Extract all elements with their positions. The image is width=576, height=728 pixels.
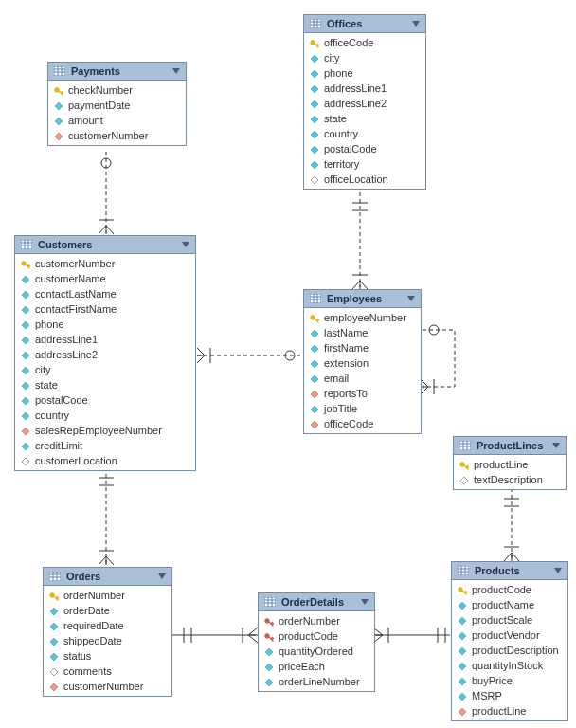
column-row[interactable]: addressLine2 bbox=[15, 347, 195, 362]
column-row[interactable]: extension bbox=[304, 355, 421, 371]
column-row[interactable]: requiredDate bbox=[44, 618, 171, 633]
column-row[interactable]: officeLocation bbox=[304, 172, 425, 187]
column-row[interactable]: addressLine2 bbox=[304, 96, 425, 111]
column-row[interactable]: orderNumber bbox=[259, 613, 374, 628]
entity-header[interactable]: OrderDetails bbox=[259, 593, 374, 611]
column-row[interactable]: buyPrice bbox=[452, 673, 567, 688]
column-row[interactable]: email bbox=[304, 371, 421, 386]
svg-marker-84 bbox=[22, 352, 29, 359]
column-label: extension bbox=[324, 356, 369, 370]
column-row[interactable]: productLine bbox=[452, 703, 567, 719]
chevron-down-icon[interactable] bbox=[172, 68, 180, 74]
column-row[interactable]: phone bbox=[304, 65, 425, 81]
column-row[interactable]: textDescription bbox=[454, 472, 566, 487]
column-row[interactable]: country bbox=[15, 408, 195, 423]
red-icon bbox=[310, 389, 319, 398]
column-row[interactable]: checkNumber bbox=[48, 82, 186, 98]
entity-header[interactable]: Orders bbox=[44, 568, 171, 586]
column-row[interactable]: quantityOrdered bbox=[259, 644, 374, 659]
column-row[interactable]: paymentDate bbox=[48, 98, 186, 113]
column-label: postalCode bbox=[35, 393, 88, 407]
entity-header[interactable]: Payments bbox=[48, 63, 186, 81]
column-row[interactable]: officeCode bbox=[304, 35, 425, 50]
column-row[interactable]: shippedDate bbox=[44, 633, 171, 648]
column-row[interactable]: postalCode bbox=[304, 141, 425, 156]
column-row[interactable]: customerNumber bbox=[48, 128, 186, 143]
entity-products[interactable]: Products productCodeproductNameproductSc… bbox=[451, 561, 568, 721]
column-row[interactable]: comments bbox=[44, 664, 171, 679]
column-row[interactable]: customerNumber bbox=[44, 679, 171, 694]
chevron-down-icon[interactable] bbox=[158, 573, 166, 579]
column-row[interactable]: productCode bbox=[452, 582, 567, 597]
column-row[interactable]: customerNumber bbox=[15, 256, 195, 271]
entity-header[interactable]: Employees bbox=[304, 290, 421, 308]
svg-line-17 bbox=[197, 355, 205, 363]
column-row[interactable]: productLine bbox=[454, 457, 566, 472]
column-row[interactable]: orderDate bbox=[44, 603, 171, 618]
entity-header[interactable]: ProductLines bbox=[454, 437, 566, 455]
entity-header[interactable]: Customers bbox=[15, 236, 195, 254]
column-row[interactable]: productName bbox=[452, 597, 567, 612]
column-row[interactable]: productScale bbox=[452, 612, 567, 628]
key-icon bbox=[310, 313, 319, 322]
column-row[interactable]: creditLimit bbox=[15, 438, 195, 453]
chevron-down-icon[interactable] bbox=[554, 568, 562, 573]
column-row[interactable]: country bbox=[304, 126, 425, 141]
blue-icon bbox=[21, 365, 30, 374]
chevron-down-icon[interactable] bbox=[407, 296, 415, 301]
column-row[interactable]: contactLastName bbox=[15, 286, 195, 301]
column-row[interactable]: customerLocation bbox=[15, 453, 195, 468]
entity-productlines[interactable]: ProductLines productLinetextDescription bbox=[453, 436, 567, 490]
chevron-down-icon[interactable] bbox=[361, 599, 369, 605]
entity-header[interactable]: Offices bbox=[304, 15, 425, 33]
entity-rows: productCodeproductNameproductScaleproduc… bbox=[452, 580, 567, 720]
column-row[interactable]: status bbox=[44, 648, 171, 664]
svg-marker-58 bbox=[55, 118, 63, 125]
column-label: addressLine2 bbox=[324, 97, 387, 110]
entity-payments[interactable]: Payments checkNumberpaymentDateamountcus… bbox=[47, 62, 187, 146]
column-label: contactLastName bbox=[35, 287, 117, 300]
entity-orderdetails[interactable]: OrderDetails orderNumberproductCodequant… bbox=[258, 592, 375, 692]
chevron-down-icon[interactable] bbox=[182, 242, 189, 247]
column-row[interactable]: city bbox=[15, 362, 195, 377]
column-row[interactable]: firstName bbox=[304, 340, 421, 355]
column-row[interactable]: reportsTo bbox=[304, 386, 421, 401]
entity-header[interactable]: Products bbox=[452, 562, 567, 580]
column-row[interactable]: orderLineNumber bbox=[259, 674, 374, 689]
column-row[interactable]: amount bbox=[48, 113, 186, 128]
column-row[interactable]: orderNumber bbox=[44, 588, 171, 603]
column-row[interactable]: officeCode bbox=[304, 416, 421, 431]
svg-marker-120 bbox=[50, 683, 58, 691]
column-row[interactable]: productVendor bbox=[452, 628, 567, 643]
column-row[interactable]: city bbox=[304, 50, 425, 65]
column-row[interactable]: state bbox=[15, 377, 195, 392]
entity-orders[interactable]: Orders orderNumberorderDaterequiredDates… bbox=[43, 567, 172, 697]
column-label: addressLine1 bbox=[35, 333, 98, 346]
column-row[interactable]: customerName bbox=[15, 271, 195, 286]
column-row[interactable]: territory bbox=[304, 156, 425, 172]
column-row[interactable]: addressLine1 bbox=[304, 81, 425, 96]
svg-marker-57 bbox=[55, 102, 63, 110]
chevron-down-icon[interactable] bbox=[552, 443, 560, 448]
entity-employees[interactable]: Employees employeeNumberlastNamefirstNam… bbox=[303, 289, 422, 434]
column-row[interactable]: lastName bbox=[304, 325, 421, 340]
column-row[interactable]: quantityInStock bbox=[452, 658, 567, 673]
column-row[interactable]: state bbox=[304, 111, 425, 126]
svg-marker-99 bbox=[311, 360, 318, 368]
column-row[interactable]: contactFirstName bbox=[15, 301, 195, 317]
column-row[interactable]: employeeNumber bbox=[304, 310, 421, 325]
entity-offices[interactable]: Offices officeCodecityphoneaddressLine1a… bbox=[303, 14, 426, 190]
column-row[interactable]: addressLine1 bbox=[15, 332, 195, 347]
column-row[interactable]: priceEach bbox=[259, 659, 374, 674]
column-row[interactable]: productCode bbox=[259, 628, 374, 644]
chevron-down-icon[interactable] bbox=[412, 21, 420, 27]
svg-marker-86 bbox=[22, 382, 29, 390]
column-row[interactable]: productDescription bbox=[452, 643, 567, 658]
column-row[interactable]: jobTitle bbox=[304, 401, 421, 416]
column-row[interactable]: salesRepEmployeeNumber bbox=[15, 423, 195, 438]
column-row[interactable]: postalCode bbox=[15, 392, 195, 408]
svg-marker-101 bbox=[311, 391, 318, 398]
entity-customers[interactable]: Customers customerNumbercustomerNamecont… bbox=[14, 235, 196, 471]
column-row[interactable]: phone bbox=[15, 317, 195, 332]
column-row[interactable]: MSRP bbox=[452, 688, 567, 703]
